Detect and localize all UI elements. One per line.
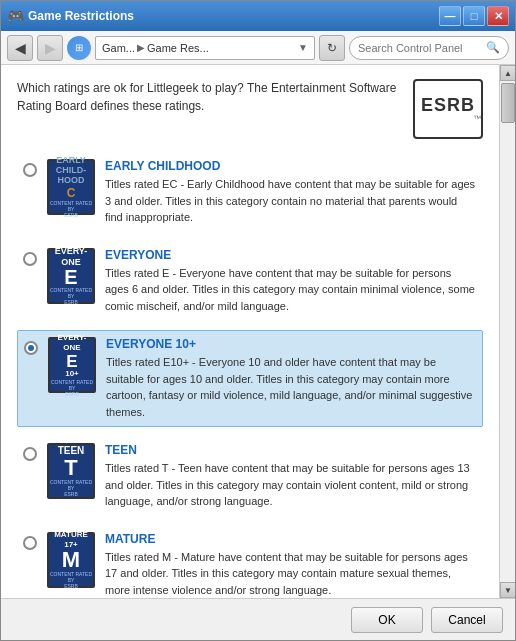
esrb-tm: ™: [473, 114, 481, 123]
window-icon: 🎮: [7, 8, 24, 24]
cancel-button[interactable]: Cancel: [431, 607, 503, 633]
breadcrumb-separator: ▶: [137, 42, 145, 53]
refresh-button[interactable]: ↻: [319, 35, 345, 61]
rating-desc-e: EVERYONE Titles rated E - Everyone have …: [105, 248, 477, 315]
scroll-down-button[interactable]: ▼: [500, 582, 515, 598]
badge-t: TEEN T CONTENT RATED BYESRB: [47, 443, 95, 499]
content-area: Which ratings are ok for Littlegeek to p…: [1, 65, 515, 598]
badge-ec: EARLYCHILD-HOOD C CONTENT RATED BYESRB: [47, 159, 95, 215]
rating-desc-e10: EVERYONE 10+ Titles rated E10+ - Everyon…: [106, 337, 476, 420]
breadcrumb-part2: Game Res...: [147, 42, 209, 54]
radio-m[interactable]: [23, 536, 37, 550]
title-bar-buttons: — □ ✕: [439, 6, 509, 26]
scroll-track[interactable]: [500, 81, 515, 582]
esrb-logo: ESRB ™: [413, 79, 483, 139]
radio-t[interactable]: [23, 447, 37, 461]
badge-e: EVERY-ONE E CONTENT RATED BYESRB: [47, 248, 95, 304]
rating-title-m: MATURE: [105, 532, 477, 546]
close-button[interactable]: ✕: [487, 6, 509, 26]
rating-text-e10: Titles rated E10+ - Everyone 10 and olde…: [106, 354, 476, 420]
title-bar: 🎮 Game Restrictions — □ ✕: [1, 1, 515, 31]
rating-text-m: Titles rated M - Mature have content tha…: [105, 549, 477, 599]
radio-e10[interactable]: [24, 341, 38, 355]
rating-item-e10: EVERY-ONE E 10+ CONTENT RATED BYESRB EVE…: [17, 330, 483, 427]
rating-item-t: TEEN T CONTENT RATED BYESRB TEEN Titles …: [17, 437, 483, 516]
scroll-thumb[interactable]: [501, 83, 515, 123]
back-button[interactable]: ◀: [7, 35, 33, 61]
rating-desc-t: TEEN Titles rated T - Teen have content …: [105, 443, 477, 510]
rating-desc-ec: EARLY CHILDHOOD Titles rated EC - Early …: [105, 159, 477, 226]
address-bar: ◀ ▶ ⊞ Gam... ▶ Game Res... ▼ ↻ 🔍: [1, 31, 515, 65]
radio-e[interactable]: [23, 252, 37, 266]
ok-button[interactable]: OK: [351, 607, 423, 633]
esrb-text: ESRB: [421, 95, 475, 116]
location-icon: ⊞: [67, 36, 91, 60]
rating-desc-m: MATURE Titles rated M - Mature have cont…: [105, 532, 477, 599]
search-input[interactable]: [358, 42, 482, 54]
rating-text-ec: Titles rated EC - Early Childhood have c…: [105, 176, 477, 226]
rating-item-m: MATURE17+ M CONTENT RATED BYESRB MATURE …: [17, 526, 483, 599]
main-window: 🎮 Game Restrictions — □ ✕ ◀ ▶ ⊞ Gam... ▶…: [0, 0, 516, 641]
footer-bar: OK Cancel: [1, 598, 515, 640]
search-icon: 🔍: [486, 41, 500, 54]
rating-title-t: TEEN: [105, 443, 477, 457]
search-box[interactable]: 🔍: [349, 36, 509, 60]
dropdown-arrow[interactable]: ▼: [298, 42, 308, 53]
minimize-button[interactable]: —: [439, 6, 461, 26]
main-content: Which ratings are ok for Littlegeek to p…: [1, 65, 499, 598]
radio-ec[interactable]: [23, 163, 37, 177]
forward-button[interactable]: ▶: [37, 35, 63, 61]
intro-text: Which ratings are ok for Littlegeek to p…: [17, 79, 401, 115]
intro-section: Which ratings are ok for Littlegeek to p…: [17, 79, 483, 139]
badge-e10: EVERY-ONE E 10+ CONTENT RATED BYESRB: [48, 337, 96, 393]
rating-title-e: EVERYONE: [105, 248, 477, 262]
maximize-button[interactable]: □: [463, 6, 485, 26]
rating-item-ec: EARLYCHILD-HOOD C CONTENT RATED BYESRB E…: [17, 153, 483, 232]
window-title: Game Restrictions: [28, 9, 134, 23]
rating-text-t: Titles rated T - Teen have content that …: [105, 460, 477, 510]
address-path[interactable]: Gam... ▶ Game Res... ▼: [95, 36, 315, 60]
rating-title-e10: EVERYONE 10+: [106, 337, 476, 351]
badge-m: MATURE17+ M CONTENT RATED BYESRB: [47, 532, 95, 588]
scroll-up-button[interactable]: ▲: [500, 65, 515, 81]
rating-text-e: Titles rated E - Everyone have content t…: [105, 265, 477, 315]
rating-title-ec: EARLY CHILDHOOD: [105, 159, 477, 173]
scrollbar: ▲ ▼: [499, 65, 515, 598]
rating-item-e: EVERY-ONE E CONTENT RATED BYESRB EVERYON…: [17, 242, 483, 321]
breadcrumb-part1: Gam...: [102, 42, 135, 54]
